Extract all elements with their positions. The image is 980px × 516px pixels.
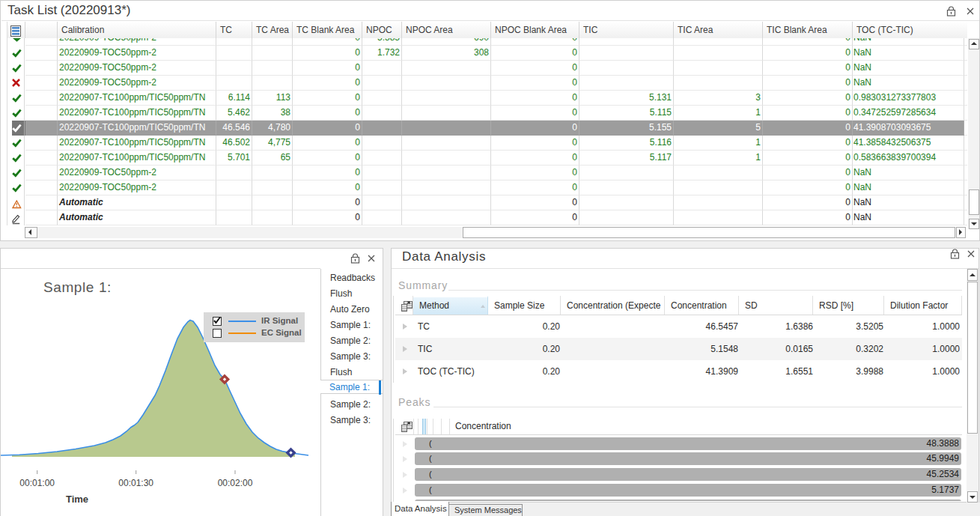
svg-text:00:02:00: 00:02:00 xyxy=(218,478,253,488)
svg-text:00:01:30: 00:01:30 xyxy=(118,478,153,488)
svg-text:00:01:00: 00:01:00 xyxy=(19,478,55,488)
svg-text:Time: Time xyxy=(66,494,88,505)
